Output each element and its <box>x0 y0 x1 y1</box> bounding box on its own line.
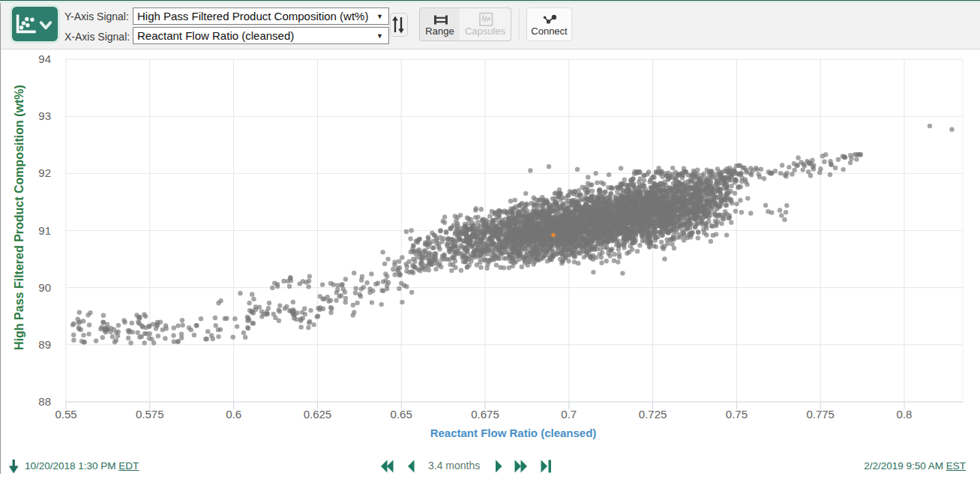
svg-text:92: 92 <box>38 166 51 179</box>
svg-text:0.8: 0.8 <box>897 408 913 421</box>
svg-text:0.55: 0.55 <box>55 408 76 421</box>
svg-text:93: 93 <box>38 109 51 122</box>
svg-text:89: 89 <box>38 338 51 351</box>
svg-text:Reactant Flow Ratio (cleansed): Reactant Flow Ratio (cleansed) <box>430 427 597 439</box>
svg-text:88: 88 <box>38 395 51 408</box>
svg-text:0.675: 0.675 <box>471 408 499 421</box>
svg-text:0.575: 0.575 <box>136 408 164 421</box>
svg-text:0.75: 0.75 <box>726 408 748 421</box>
svg-text:0.7: 0.7 <box>561 408 577 421</box>
svg-text:0.775: 0.775 <box>806 408 835 421</box>
svg-text:0.65: 0.65 <box>391 408 412 421</box>
svg-text:94: 94 <box>38 52 51 65</box>
svg-text:0.6: 0.6 <box>226 408 241 421</box>
svg-text:90: 90 <box>38 281 51 294</box>
svg-text:High Pass Filtered Product Com: High Pass Filtered Product Composition (… <box>13 85 25 350</box>
svg-text:0.625: 0.625 <box>304 408 332 421</box>
svg-text:91: 91 <box>38 224 51 237</box>
svg-text:0.725: 0.725 <box>639 408 667 421</box>
